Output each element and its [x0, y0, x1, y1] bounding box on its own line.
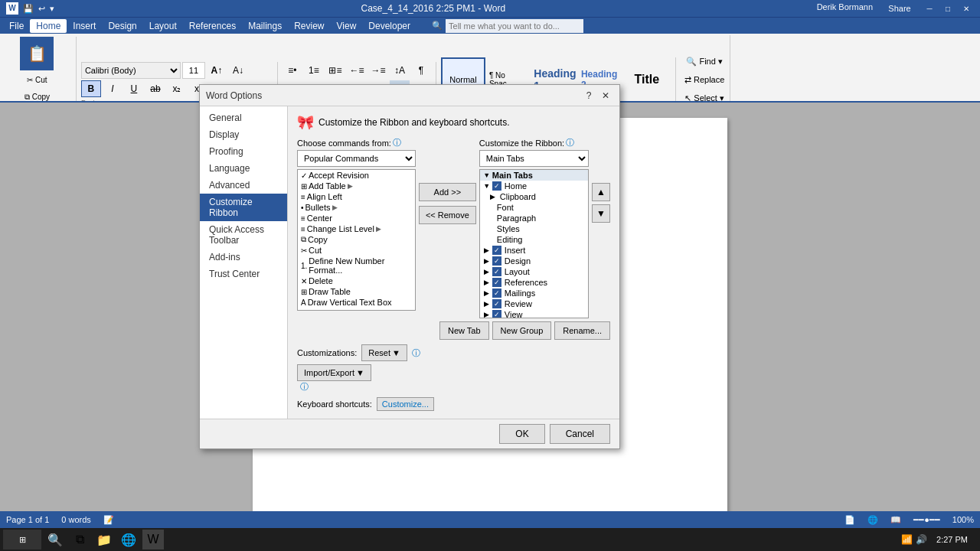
nav-trust-center[interactable]: Trust Center	[200, 266, 287, 282]
tree-styles[interactable]: Styles	[480, 223, 588, 234]
nav-display[interactable]: Display	[200, 126, 287, 143]
menu-insert[interactable]: Insert	[67, 19, 102, 33]
cmd-draw-vertical[interactable]: A Draw Vertical Text Box	[298, 297, 415, 308]
bold-button[interactable]: B	[81, 80, 101, 97]
volume-icon[interactable]: 🔊	[916, 534, 927, 545]
nav-customize-ribbon[interactable]: Customize Ribbon	[200, 194, 287, 221]
ribbon-tree[interactable]: ▼ Main Tabs ▼ ✓ Home ▶ Cl	[479, 169, 589, 318]
nav-add-ins[interactable]: Add-ins	[200, 249, 287, 266]
tree-paragraph[interactable]: Paragraph	[480, 213, 588, 223]
search-input[interactable]	[446, 19, 583, 33]
commands-dropdown[interactable]: Popular Commands All Commands Commands N…	[297, 150, 416, 167]
menu-references[interactable]: References	[183, 19, 242, 33]
cancel-button[interactable]: Cancel	[550, 424, 610, 444]
cmd-align-left[interactable]: ≡ Align Left	[298, 191, 415, 202]
choose-commands-help-icon[interactable]: ⓘ	[393, 137, 401, 148]
dialog-help-button[interactable]: ?	[581, 89, 596, 103]
menu-review[interactable]: Review	[288, 19, 330, 33]
network-icon[interactable]: 📶	[901, 534, 913, 545]
zoom-slider[interactable]: ━━●━━	[913, 515, 940, 525]
nav-general[interactable]: General	[200, 109, 287, 126]
tree-home[interactable]: ▼ ✓ Home	[480, 181, 588, 191]
tree-insert[interactable]: ▶ ✓ Insert	[480, 245, 588, 256]
customizations-help-icon[interactable]: ⓘ	[412, 347, 420, 359]
font-size-input[interactable]	[182, 62, 205, 79]
tree-mailings[interactable]: ▶ ✓ Mailings	[480, 288, 588, 298]
increase-indent-button[interactable]: →≡	[368, 62, 388, 79]
menu-home[interactable]: Home	[30, 19, 67, 33]
view-print-icon[interactable]: 📄	[844, 515, 855, 525]
taskbar-task-view-icon[interactable]: ⧉	[69, 530, 90, 549]
close-button[interactable]: ✕	[959, 2, 974, 15]
multilevel-list-button[interactable]: ⊞≡	[325, 62, 345, 79]
tree-review[interactable]: ▶ ✓ Review	[480, 298, 588, 309]
tree-references[interactable]: ▶ ✓ References	[480, 277, 588, 288]
nav-advanced[interactable]: Advanced	[200, 177, 287, 194]
taskbar-word-icon[interactable]: W	[142, 530, 164, 549]
commands-list[interactable]: ✓ Accept Revision ⊞ Add Table ▶ ≡ Align …	[297, 169, 416, 311]
tree-design[interactable]: ▶ ✓ Design	[480, 256, 588, 266]
show-marks-button[interactable]: ¶	[411, 62, 431, 79]
subscript-button[interactable]: x₂	[167, 80, 187, 97]
menu-file[interactable]: File	[3, 19, 30, 33]
start-button[interactable]: ⊞	[3, 530, 41, 549]
remove-button[interactable]: << Remove	[419, 206, 476, 224]
nav-language[interactable]: Language	[200, 160, 287, 177]
cmd-delete[interactable]: ✕ Delete	[298, 276, 415, 286]
ribbon-dropdown[interactable]: Main Tabs All Tabs Tool Tabs	[479, 150, 589, 167]
move-up-button[interactable]: ▲	[592, 183, 610, 201]
numbering-button[interactable]: 1≡	[304, 62, 324, 79]
cut-button[interactable]: ✂ Cut	[23, 71, 51, 88]
cmd-cut[interactable]: ✂ Cut	[298, 245, 415, 256]
cmd-add-table[interactable]: ⊞ Add Table ▶	[298, 181, 415, 191]
font-family-select[interactable]: Calibri (Body)	[81, 62, 181, 79]
dialog-close-button[interactable]: ✕	[598, 89, 613, 103]
style-title[interactable]: Title	[625, 57, 669, 102]
menu-layout[interactable]: Layout	[143, 19, 183, 33]
quick-save-icon[interactable]: 💾	[23, 4, 34, 14]
grow-font-button[interactable]: A↑	[207, 62, 227, 79]
bullets-button[interactable]: ≡•	[283, 62, 302, 79]
import-export-help-icon[interactable]: ⓘ	[300, 382, 309, 391]
maximize-button[interactable]: □	[940, 2, 956, 15]
customize-ribbon-help-icon[interactable]: ⓘ	[566, 137, 574, 148]
taskbar-search-icon[interactable]: 🔍	[44, 530, 66, 549]
share-button[interactable]: Share	[880, 2, 919, 15]
new-group-button[interactable]: New Group	[492, 321, 552, 340]
cmd-define-number[interactable]: 1. Define New Number Format...	[298, 256, 415, 276]
reset-button[interactable]: Reset ▼	[361, 344, 407, 361]
select-button[interactable]: ↖ Select ▾	[681, 90, 728, 103]
underline-button[interactable]: U	[124, 80, 144, 97]
sort-button[interactable]: ↕A	[390, 62, 410, 79]
cmd-email[interactable]: ✉ Email	[298, 308, 415, 311]
rename-button[interactable]: Rename...	[554, 321, 610, 340]
cmd-copy[interactable]: ⧉ Copy	[298, 234, 415, 245]
view-read-icon[interactable]: 📖	[890, 515, 901, 525]
taskbar-file-explorer-icon[interactable]: 📁	[93, 530, 115, 549]
view-web-icon[interactable]: 🌐	[867, 515, 878, 525]
tree-layout[interactable]: ▶ ✓ Layout	[480, 266, 588, 277]
nav-quick-access[interactable]: Quick Access Toolbar	[200, 221, 287, 249]
tree-font[interactable]: Font	[480, 202, 588, 213]
tree-view[interactable]: ▶ ✓ View	[480, 309, 588, 318]
cmd-draw-table[interactable]: ⊞ Draw Table	[298, 286, 415, 297]
shrink-font-button[interactable]: A↓	[228, 62, 248, 79]
replace-button[interactable]: ⇄ Replace	[681, 71, 728, 88]
import-export-button[interactable]: Import/Export ▼	[297, 364, 371, 381]
minimize-button[interactable]: ─	[922, 2, 937, 15]
italic-button[interactable]: I	[103, 80, 122, 97]
user-name[interactable]: Derik Bormann	[812, 2, 877, 15]
add-button[interactable]: Add >>	[419, 183, 476, 201]
copy-button[interactable]: ⧉ Copy	[21, 89, 54, 103]
ok-button[interactable]: OK	[499, 424, 544, 444]
move-down-button[interactable]: ▼	[592, 204, 610, 223]
find-button[interactable]: 🔍 Find ▾	[681, 53, 728, 70]
undo-icon[interactable]: ↩	[38, 4, 45, 14]
tree-clipboard[interactable]: ▶ Clipboard	[480, 191, 588, 202]
cmd-accept-revision[interactable]: ✓ Accept Revision	[298, 170, 415, 181]
decrease-indent-button[interactable]: ←≡	[347, 62, 367, 79]
paste-button[interactable]: 📋	[20, 37, 54, 70]
menu-view[interactable]: View	[331, 19, 363, 33]
cmd-center[interactable]: ≡ Center	[298, 213, 415, 223]
nav-proofing[interactable]: Proofing	[200, 143, 287, 160]
